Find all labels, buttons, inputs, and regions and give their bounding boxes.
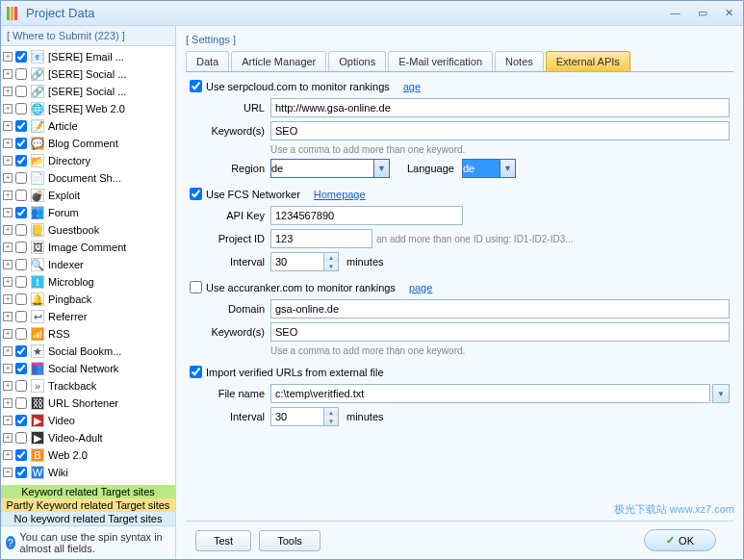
serpcloud-checkbox[interactable] [190, 80, 202, 92]
tree-item[interactable]: + 🖼 Image Comment [1, 239, 175, 256]
expand-icon[interactable]: + [3, 398, 13, 408]
tab-external-apis[interactable]: External APIs [546, 51, 630, 71]
expand-icon[interactable]: + [3, 433, 13, 443]
accu-keyword-input[interactable] [270, 322, 730, 342]
tree-checkbox[interactable] [15, 120, 27, 132]
maximize-button[interactable]: ▭ [694, 7, 711, 19]
minimize-button[interactable]: — [666, 7, 684, 19]
tree-item[interactable]: + » Trackback [1, 377, 175, 395]
language-dropdown-icon[interactable]: ▼ [500, 159, 516, 178]
expand-icon[interactable]: + [3, 208, 13, 217]
tree-item[interactable]: + 📧 [SERE] Email ... [1, 48, 175, 65]
tree-checkbox[interactable] [15, 467, 27, 478]
tree-checkbox[interactable] [15, 103, 27, 115]
tree-checkbox[interactable] [15, 155, 27, 166]
expand-icon[interactable]: + [3, 468, 13, 477]
expand-icon[interactable]: + [3, 364, 13, 373]
apikey-input[interactable] [270, 206, 463, 225]
tree-item[interactable]: + 🌐 [SERE] Web 2.0 [1, 100, 175, 117]
submit-tree[interactable]: + 📧 [SERE] Email ...+ 🔗 [SERE] Social ..… [1, 46, 175, 485]
tab-data[interactable]: Data [186, 51, 229, 71]
fcs-checkbox[interactable] [190, 188, 202, 200]
tree-item[interactable]: + 📄 Document Sh... [1, 169, 175, 187]
tree-checkbox[interactable] [15, 51, 27, 63]
tree-item[interactable]: + ▶ Video-Adult [1, 429, 175, 446]
tree-item[interactable]: + t Microblog [1, 273, 175, 291]
import-checkbox[interactable] [190, 366, 202, 378]
url-input[interactable] [270, 98, 730, 117]
tree-item[interactable]: + ↩ Referrer [1, 308, 175, 325]
tree-checkbox[interactable] [15, 293, 27, 305]
expand-icon[interactable]: + [3, 416, 13, 425]
expand-icon[interactable]: + [3, 381, 13, 391]
expand-icon[interactable]: + [3, 104, 13, 114]
test-button[interactable]: Test [195, 530, 251, 551]
tools-button[interactable]: Tools [259, 530, 321, 551]
tree-checkbox[interactable] [15, 138, 27, 149]
tree-checkbox[interactable] [15, 380, 27, 392]
tree-checkbox[interactable] [15, 363, 27, 374]
expand-icon[interactable]: + [3, 260, 13, 269]
tree-checkbox[interactable] [15, 276, 27, 288]
serpcloud-link[interactable]: age [403, 81, 421, 92]
expand-icon[interactable]: + [3, 450, 13, 460]
domain-input[interactable] [270, 299, 730, 318]
accuranker-link[interactable]: page [409, 282, 432, 293]
tree-item[interactable]: + ★ Social Bookm... [1, 343, 175, 360]
ok-button[interactable]: OK [644, 529, 716, 551]
close-button[interactable]: ✕ [721, 7, 737, 19]
tree-checkbox[interactable] [15, 68, 27, 80]
tree-checkbox[interactable] [15, 432, 27, 444]
accuranker-checkbox[interactable] [190, 281, 202, 293]
expand-icon[interactable]: + [3, 191, 13, 200]
expand-icon[interactable]: + [3, 121, 13, 131]
expand-icon[interactable]: + [3, 87, 13, 96]
region-select[interactable] [270, 159, 374, 178]
expand-icon[interactable]: + [3, 156, 13, 165]
tree-item[interactable]: + ⛓ URL Shortener [1, 395, 175, 412]
tree-item[interactable]: + 📝 Article [1, 117, 175, 135]
tree-checkbox[interactable] [15, 397, 27, 409]
tree-item[interactable]: + 📒 Guestbook [1, 221, 175, 239]
tree-item[interactable]: + W Wiki [1, 464, 175, 481]
region-dropdown-icon[interactable]: ▼ [373, 159, 390, 178]
projectid-input[interactable] [270, 229, 372, 248]
tree-checkbox[interactable] [15, 224, 27, 236]
expand-icon[interactable]: + [3, 173, 13, 183]
tree-checkbox[interactable] [15, 259, 27, 270]
tree-item[interactable]: + B Web 2.0 [1, 446, 175, 464]
expand-icon[interactable]: + [3, 225, 13, 235]
tree-checkbox[interactable] [15, 449, 27, 461]
import-interval-input[interactable] [270, 407, 324, 426]
tree-item[interactable]: + 🔔 Pingback [1, 291, 175, 308]
tree-item[interactable]: + 👥 Social Network [1, 360, 175, 377]
tab-notes[interactable]: Notes [495, 51, 544, 71]
tree-item[interactable]: + 📶 RSS [1, 325, 175, 343]
fcs-link[interactable]: Homepage [314, 189, 366, 200]
filename-input[interactable] [270, 384, 710, 403]
expand-icon[interactable]: + [3, 329, 13, 339]
expand-icon[interactable]: + [3, 139, 13, 148]
tree-item[interactable]: + 📂 Directory [1, 152, 175, 169]
tab-article-manager[interactable]: Article Manager [231, 51, 326, 71]
tree-item[interactable]: + 🔗 [SERE] Social ... [1, 83, 175, 100]
tree-item[interactable]: + 💣 Exploit [1, 187, 175, 204]
expand-icon[interactable]: + [3, 312, 13, 321]
tab-e-mail-verification[interactable]: E-Mail verification [388, 51, 493, 71]
tree-checkbox[interactable] [15, 345, 27, 357]
import-interval-spinner[interactable]: ▲▼ [324, 407, 339, 426]
tree-item[interactable]: + 🔗 [SERE] Social ... [1, 65, 175, 83]
tree-checkbox[interactable] [15, 207, 27, 218]
expand-icon[interactable]: + [3, 52, 13, 62]
fcs-interval-spinner[interactable]: ▲▼ [324, 252, 339, 271]
tree-checkbox[interactable] [15, 242, 27, 253]
expand-icon[interactable]: + [3, 277, 13, 287]
tree-checkbox[interactable] [15, 190, 27, 201]
filename-browse-icon[interactable]: ▼ [712, 384, 730, 403]
tree-checkbox[interactable] [15, 328, 27, 340]
tree-item[interactable]: + ▶ Video [1, 412, 175, 429]
tree-item[interactable]: + 🔍 Indexer [1, 256, 175, 273]
expand-icon[interactable]: + [3, 69, 13, 79]
tree-checkbox[interactable] [15, 415, 27, 426]
language-select[interactable] [462, 159, 500, 178]
